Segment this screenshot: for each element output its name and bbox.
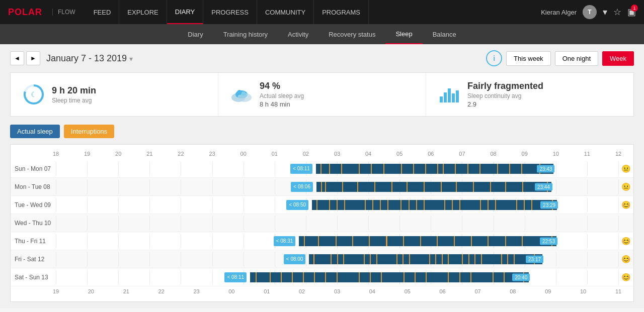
subnav-recovery-status[interactable]: Recovery status: [318, 24, 385, 44]
row-chart[interactable]: 23:17 < 08:00: [56, 252, 618, 266]
bottom-axis-label: 22: [158, 288, 165, 294]
grid-line: [87, 216, 88, 230]
top-axis-label: 18: [53, 151, 59, 157]
start-time-badge: 23:43: [537, 165, 554, 172]
prev-week-button[interactable]: ◄: [10, 51, 24, 65]
interruption-mark: [383, 164, 384, 174]
sleep-bar: 20:40: [250, 272, 529, 282]
row-emoji: 😊: [618, 255, 633, 264]
interruption-mark: [400, 200, 401, 210]
interruption-mark: [386, 236, 387, 246]
view-controls: i This week One night Week: [486, 50, 634, 66]
grid-line: [149, 234, 150, 248]
interruption-mark: [409, 254, 410, 264]
chevron-down-icon[interactable]: ▾: [603, 7, 607, 18]
subnav-balance[interactable]: Balance: [423, 24, 466, 44]
nav-feed[interactable]: FEED: [86, 0, 120, 24]
grid-line: [337, 216, 338, 230]
interruption-mark: [454, 236, 455, 246]
star-icon[interactable]: ☆: [613, 7, 621, 18]
grid-line: [244, 198, 244, 212]
row-chart[interactable]: 23:43 < 08:11: [56, 162, 618, 176]
interruption-mark: [321, 182, 322, 192]
sleep-bar: 23:29: [312, 200, 557, 210]
sleep-time-icon: ☾: [23, 83, 45, 106]
grid-line: [587, 162, 588, 176]
toggle-row: Actual sleep Interruptions: [10, 125, 634, 138]
sleep-row: Thu - Fri 11 22:53 < 08:31 😊: [11, 232, 633, 250]
interruption-mark: [514, 254, 515, 264]
sub-navigation: Diary Training history Activity Recovery…: [0, 24, 644, 44]
grid-line: [56, 180, 56, 194]
grid-line: [618, 234, 619, 248]
interruption-mark: [507, 254, 508, 264]
row-chart[interactable]: 23:29 < 08:50: [56, 198, 618, 212]
top-axis-label: 19: [84, 151, 90, 157]
nav-progress[interactable]: PROGRESS: [203, 0, 257, 24]
grid-line: [306, 216, 306, 230]
info-button[interactable]: i: [486, 50, 502, 66]
top-axis-label: 20: [115, 151, 121, 157]
user-name: Kieran Alger: [541, 9, 577, 16]
nav-programs[interactable]: PROGRAMS: [314, 0, 369, 24]
grid-line: [87, 198, 88, 212]
week-dropdown-icon[interactable]: ▾: [129, 55, 133, 63]
row-chart[interactable]: [56, 216, 618, 230]
week-button[interactable]: Week: [602, 51, 634, 66]
subnav-sleep[interactable]: Sleep: [385, 24, 422, 44]
interruption-mark: [473, 182, 474, 192]
end-time-badge: < 08:00: [284, 254, 306, 264]
grid-line: [587, 216, 588, 230]
bottom-axis-label: 09: [545, 288, 551, 294]
interruption-mark: [435, 254, 436, 264]
this-week-button[interactable]: This week: [506, 51, 551, 66]
interruption-mark: [370, 272, 371, 282]
interruption-mark: [292, 272, 293, 282]
top-axis-label: 04: [365, 151, 371, 157]
nav-explore[interactable]: EXPLORE: [119, 0, 167, 24]
interruptions-toggle[interactable]: Interruptions: [64, 125, 114, 138]
interruption-mark: [448, 272, 449, 282]
interruption-mark: [374, 182, 375, 192]
bottom-axis-label: 23: [193, 288, 199, 294]
stats-row: ☾ 9 h 20 min Sleep time avg 94 % A: [10, 72, 634, 117]
avatar[interactable]: T: [583, 5, 597, 19]
messages-icon-wrap: ▣ 1: [627, 7, 636, 18]
subnav-training-history[interactable]: Training history: [213, 24, 278, 44]
sleep-time-value: 9 h 20 min: [52, 85, 96, 96]
subnav-diary[interactable]: Diary: [178, 24, 213, 44]
grid-line: [181, 252, 181, 266]
interruption-mark: [336, 236, 337, 246]
interruption-mark: [441, 182, 442, 192]
grid-line: [494, 216, 494, 230]
row-label: Sat - Sun 13: [11, 274, 56, 281]
subnav-activity[interactable]: Activity: [278, 24, 318, 44]
next-week-button[interactable]: ►: [26, 51, 40, 65]
row-emoji: 😐: [618, 182, 633, 191]
one-night-button[interactable]: One night: [555, 51, 598, 66]
end-time-badge: < 08:11: [224, 272, 247, 282]
interruption-mark: [329, 164, 330, 174]
sleep-row: Fri - Sat 12 23:17 < 08:00 😊: [11, 250, 633, 268]
nav-diary[interactable]: DIARY: [167, 0, 204, 24]
nav-community[interactable]: COMMUNITY: [257, 0, 314, 24]
row-chart[interactable]: 20:40 < 08:11: [56, 270, 618, 284]
bottom-axis-label: 07: [474, 288, 480, 294]
stat-actual-sleep: 94 % Actual sleep avg 8 h 48 min: [218, 73, 426, 116]
grid-line: [181, 234, 181, 248]
actual-sleep-toggle[interactable]: Actual sleep: [10, 125, 60, 138]
interruption-mark: [325, 182, 326, 192]
row-chart[interactable]: 23:44 < 08:06: [56, 180, 618, 194]
grid-line: [368, 216, 369, 230]
grid-line: [118, 216, 119, 230]
interruption-mark: [320, 164, 321, 174]
row-chart[interactable]: 22:53 < 08:31: [56, 234, 618, 248]
grid-line: [212, 198, 213, 212]
grid-line: [56, 198, 56, 212]
grid-line: [212, 216, 213, 230]
top-axis-label: 11: [584, 151, 590, 157]
stat-sleep-time: ☾ 9 h 20 min Sleep time avg: [11, 73, 218, 116]
interruption-mark: [480, 200, 481, 210]
interruption-mark: [459, 200, 460, 210]
interruption-mark: [481, 254, 482, 264]
